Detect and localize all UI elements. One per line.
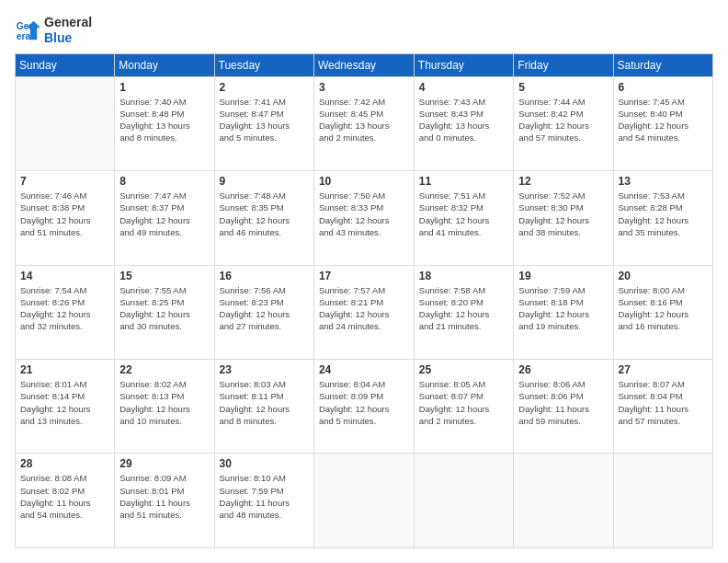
calendar-cell: 8Sunrise: 7:47 AM Sunset: 8:37 PM Daylig… <box>115 171 214 265</box>
weekday-header-friday: Friday <box>514 53 613 76</box>
day-info: Sunrise: 7:43 AM Sunset: 8:43 PM Dayligh… <box>419 96 509 144</box>
calendar-cell: 28Sunrise: 8:08 AM Sunset: 8:02 PM Dayli… <box>16 454 115 548</box>
day-info: Sunrise: 8:02 AM Sunset: 8:13 PM Dayligh… <box>119 378 209 427</box>
day-info: Sunrise: 7:59 AM Sunset: 8:18 PM Dayligh… <box>518 284 608 333</box>
day-number: 9 <box>220 175 309 188</box>
day-number: 4 <box>419 81 509 94</box>
logo: Gen eral General Blue <box>15 15 92 46</box>
calendar-cell: 10Sunrise: 7:50 AM Sunset: 8:33 PM Dayli… <box>313 171 414 265</box>
calendar-cell: 12Sunrise: 7:52 AM Sunset: 8:30 PM Dayli… <box>514 171 613 265</box>
day-info: Sunrise: 8:01 AM Sunset: 8:14 PM Dayligh… <box>20 378 109 427</box>
day-number: 25 <box>419 363 509 376</box>
week-row-2: 14Sunrise: 7:54 AM Sunset: 8:26 PM Dayli… <box>16 265 713 359</box>
calendar-cell: 5Sunrise: 7:44 AM Sunset: 8:42 PM Daylig… <box>514 76 613 170</box>
weekday-header-tuesday: Tuesday <box>214 53 313 76</box>
calendar-cell: 22Sunrise: 8:02 AM Sunset: 8:13 PM Dayli… <box>115 360 214 454</box>
day-info: Sunrise: 7:50 AM Sunset: 8:33 PM Dayligh… <box>319 190 409 238</box>
day-number: 13 <box>619 175 709 188</box>
day-number: 7 <box>20 175 109 188</box>
calendar-cell: 29Sunrise: 8:09 AM Sunset: 8:01 PM Dayli… <box>115 454 214 548</box>
day-info: Sunrise: 7:53 AM Sunset: 8:28 PM Dayligh… <box>619 190 709 238</box>
day-number: 12 <box>518 175 608 188</box>
calendar-cell <box>514 454 613 548</box>
day-number: 8 <box>119 175 209 188</box>
day-info: Sunrise: 8:06 AM Sunset: 8:06 PM Dayligh… <box>518 378 608 427</box>
day-info: Sunrise: 7:41 AM Sunset: 8:47 PM Dayligh… <box>220 96 309 144</box>
calendar-cell: 15Sunrise: 7:55 AM Sunset: 8:25 PM Dayli… <box>115 265 214 359</box>
logo-text-blue: Blue <box>44 30 92 46</box>
day-number: 20 <box>619 270 709 282</box>
day-info: Sunrise: 7:52 AM Sunset: 8:30 PM Dayligh… <box>518 190 608 238</box>
day-number: 17 <box>319 270 409 282</box>
calendar-cell: 17Sunrise: 7:57 AM Sunset: 8:21 PM Dayli… <box>313 265 414 359</box>
calendar-cell: 26Sunrise: 8:06 AM Sunset: 8:06 PM Dayli… <box>514 360 613 454</box>
weekday-header-row: SundayMondayTuesdayWednesdayThursdayFrid… <box>16 53 713 76</box>
calendar-cell: 20Sunrise: 8:00 AM Sunset: 8:16 PM Dayli… <box>613 265 713 359</box>
day-number: 2 <box>220 81 309 94</box>
week-row-4: 28Sunrise: 8:08 AM Sunset: 8:02 PM Dayli… <box>16 454 713 548</box>
calendar-cell: 13Sunrise: 7:53 AM Sunset: 8:28 PM Dayli… <box>613 171 713 265</box>
day-number: 16 <box>220 270 309 282</box>
calendar-cell <box>613 454 713 548</box>
calendar-cell: 30Sunrise: 8:10 AM Sunset: 7:59 PM Dayli… <box>214 454 313 548</box>
day-info: Sunrise: 7:48 AM Sunset: 8:35 PM Dayligh… <box>220 190 309 238</box>
week-row-3: 21Sunrise: 8:01 AM Sunset: 8:14 PM Dayli… <box>16 360 713 454</box>
logo-text-general: General <box>44 15 92 30</box>
calendar-cell: 1Sunrise: 7:40 AM Sunset: 8:48 PM Daylig… <box>115 76 214 170</box>
calendar-cell <box>313 454 414 548</box>
day-info: Sunrise: 7:46 AM Sunset: 8:38 PM Dayligh… <box>20 190 109 238</box>
day-info: Sunrise: 7:57 AM Sunset: 8:21 PM Dayligh… <box>319 284 409 333</box>
day-info: Sunrise: 7:44 AM Sunset: 8:42 PM Dayligh… <box>518 96 608 144</box>
calendar-cell: 2Sunrise: 7:41 AM Sunset: 8:47 PM Daylig… <box>214 76 313 170</box>
calendar-cell: 27Sunrise: 8:07 AM Sunset: 8:04 PM Dayli… <box>613 360 713 454</box>
day-info: Sunrise: 7:56 AM Sunset: 8:23 PM Dayligh… <box>220 284 309 333</box>
day-info: Sunrise: 7:54 AM Sunset: 8:26 PM Dayligh… <box>20 284 109 333</box>
day-info: Sunrise: 7:45 AM Sunset: 8:40 PM Dayligh… <box>619 96 709 144</box>
day-info: Sunrise: 7:51 AM Sunset: 8:32 PM Dayligh… <box>419 190 509 238</box>
day-number: 28 <box>20 457 109 470</box>
day-info: Sunrise: 7:58 AM Sunset: 8:20 PM Dayligh… <box>419 284 509 333</box>
calendar-cell: 18Sunrise: 7:58 AM Sunset: 8:20 PM Dayli… <box>414 265 514 359</box>
day-number: 10 <box>319 175 409 188</box>
day-number: 15 <box>119 270 209 282</box>
calendar-cell: 19Sunrise: 7:59 AM Sunset: 8:18 PM Dayli… <box>514 265 613 359</box>
calendar-cell: 11Sunrise: 7:51 AM Sunset: 8:32 PM Dayli… <box>414 171 514 265</box>
week-row-1: 7Sunrise: 7:46 AM Sunset: 8:38 PM Daylig… <box>16 171 713 265</box>
calendar-cell: 24Sunrise: 8:04 AM Sunset: 8:09 PM Dayli… <box>313 360 414 454</box>
calendar-cell: 9Sunrise: 7:48 AM Sunset: 8:35 PM Daylig… <box>214 171 313 265</box>
day-number: 21 <box>20 363 109 376</box>
day-number: 5 <box>518 81 608 94</box>
day-info: Sunrise: 8:04 AM Sunset: 8:09 PM Dayligh… <box>319 378 409 427</box>
day-info: Sunrise: 7:55 AM Sunset: 8:25 PM Dayligh… <box>119 284 209 333</box>
weekday-header-sunday: Sunday <box>16 53 115 76</box>
weekday-header-thursday: Thursday <box>414 53 514 76</box>
calendar-cell: 23Sunrise: 8:03 AM Sunset: 8:11 PM Dayli… <box>214 360 313 454</box>
day-info: Sunrise: 8:08 AM Sunset: 8:02 PM Dayligh… <box>20 472 109 521</box>
day-number: 6 <box>619 81 709 94</box>
day-number: 26 <box>518 363 608 376</box>
calendar-cell: 16Sunrise: 7:56 AM Sunset: 8:23 PM Dayli… <box>214 265 313 359</box>
calendar-cell <box>414 454 514 548</box>
day-info: Sunrise: 8:10 AM Sunset: 7:59 PM Dayligh… <box>220 472 309 521</box>
calendar-cell <box>16 76 115 170</box>
day-info: Sunrise: 7:42 AM Sunset: 8:45 PM Dayligh… <box>319 96 409 144</box>
day-number: 24 <box>319 363 409 376</box>
calendar-cell: 3Sunrise: 7:42 AM Sunset: 8:45 PM Daylig… <box>313 76 414 170</box>
day-number: 11 <box>419 175 509 188</box>
day-info: Sunrise: 7:40 AM Sunset: 8:48 PM Dayligh… <box>119 96 209 144</box>
day-info: Sunrise: 8:00 AM Sunset: 8:16 PM Dayligh… <box>619 284 709 333</box>
calendar-cell: 21Sunrise: 8:01 AM Sunset: 8:14 PM Dayli… <box>16 360 115 454</box>
calendar-cell: 6Sunrise: 7:45 AM Sunset: 8:40 PM Daylig… <box>613 76 713 170</box>
weekday-header-saturday: Saturday <box>613 53 713 76</box>
day-number: 3 <box>319 81 409 94</box>
calendar-cell: 4Sunrise: 7:43 AM Sunset: 8:43 PM Daylig… <box>414 76 514 170</box>
day-number: 29 <box>119 457 209 470</box>
calendar-cell: 25Sunrise: 8:05 AM Sunset: 8:07 PM Dayli… <box>414 360 514 454</box>
weekday-header-monday: Monday <box>115 53 214 76</box>
day-number: 19 <box>518 270 608 282</box>
day-info: Sunrise: 8:09 AM Sunset: 8:01 PM Dayligh… <box>119 472 209 521</box>
day-info: Sunrise: 7:47 AM Sunset: 8:37 PM Dayligh… <box>119 190 209 238</box>
day-number: 23 <box>220 363 309 376</box>
weekday-header-wednesday: Wednesday <box>313 53 414 76</box>
calendar-cell: 14Sunrise: 7:54 AM Sunset: 8:26 PM Dayli… <box>16 265 115 359</box>
